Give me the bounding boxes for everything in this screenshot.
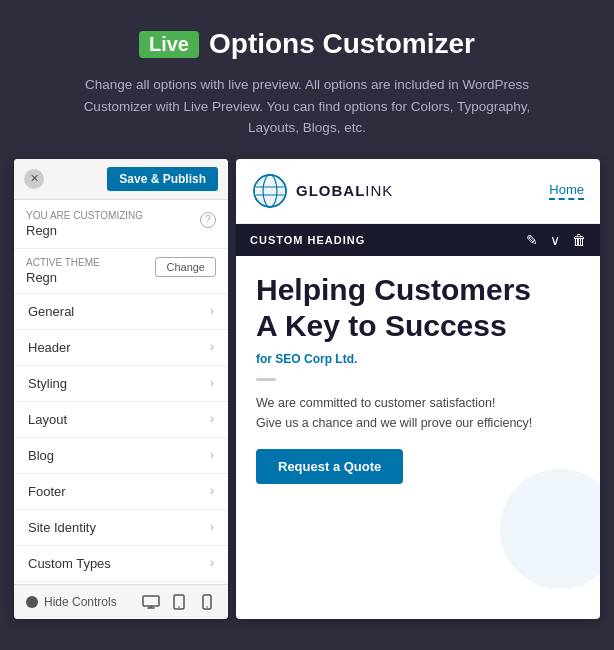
menu-item-label: Layout — [28, 412, 67, 427]
active-theme-label: Active theme — [26, 257, 100, 268]
menu-item[interactable]: Styling › — [14, 366, 228, 402]
menu-item[interactable]: Footer › — [14, 474, 228, 510]
heading-bar-icons: ✎ ∨ 🗑 — [526, 232, 586, 248]
title-row: Live Options Customizer — [60, 28, 554, 60]
svg-point-7 — [254, 175, 286, 207]
tablet-icon[interactable] — [170, 593, 188, 611]
customizer-panel: ✕ Save & Publish You are customizing Reg… — [14, 159, 228, 619]
top-section: Live Options Customizer Change all optio… — [0, 0, 614, 159]
mobile-icon[interactable] — [198, 593, 216, 611]
menu-item[interactable]: Custom Types › — [14, 546, 228, 582]
hide-controls-button[interactable]: Hide Controls — [26, 595, 117, 609]
trash-icon[interactable]: 🗑 — [572, 232, 586, 248]
change-theme-button[interactable]: Change — [155, 257, 216, 277]
preview-content: Helping Customers A Key to Success for S… — [236, 256, 600, 500]
menu-item-label: Header — [28, 340, 71, 355]
logo-area: GLOBALINK — [252, 173, 393, 209]
menu-item[interactable]: General › — [14, 294, 228, 330]
hide-controls-label: Hide Controls — [44, 595, 117, 609]
main-heading: Helping Customers A Key to Success — [256, 272, 580, 344]
menu-arrow-icon: › — [210, 556, 214, 570]
menu-arrow-icon: › — [210, 304, 214, 318]
body-line-2: Give us a chance and we will prove our e… — [256, 413, 580, 433]
menu-item[interactable]: Site Identity › — [14, 510, 228, 546]
menu-arrow-icon: › — [210, 448, 214, 462]
preview-header: GLOBALINK Home — [236, 159, 600, 224]
help-icon[interactable]: ? — [200, 212, 216, 228]
theme-section: Active theme Regn Change — [14, 249, 228, 294]
logo-bold: GLOBAL — [296, 182, 365, 199]
customizing-section: You are customizing Regn ? — [14, 200, 228, 249]
menu-item-label: Footer — [28, 484, 66, 499]
edit-icon[interactable]: ✎ — [526, 232, 538, 248]
subtitle-text: Change all options with live preview. Al… — [60, 74, 554, 139]
heading-line-1: Helping Customers — [256, 272, 580, 308]
theme-info: Active theme Regn — [26, 257, 100, 285]
svg-rect-0 — [143, 596, 159, 606]
custom-heading-label: CUSTOM HEADING — [250, 234, 365, 246]
save-publish-button[interactable]: Save & Publish — [107, 167, 218, 191]
chevron-down-icon[interactable]: ∨ — [550, 232, 560, 248]
menu-item[interactable]: Blog › — [14, 438, 228, 474]
customizing-value: Regn — [26, 223, 143, 238]
preview-panel: GLOBALINK Home CUSTOM HEADING ✎ ∨ 🗑 Help… — [236, 159, 600, 619]
preview-body-text: We are committed to customer satisfactio… — [256, 393, 580, 433]
menu-item-label: Custom Types — [28, 556, 111, 571]
customizing-info: You are customizing Regn — [26, 210, 143, 238]
logo-light: INK — [365, 182, 393, 199]
body-line-1: We are committed to customer satisfactio… — [256, 393, 580, 413]
company-label: for SEO Corp Ltd. — [256, 352, 580, 366]
main-content: ✕ Save & Publish You are customizing Reg… — [0, 159, 614, 619]
menu-item[interactable]: Layout › — [14, 402, 228, 438]
panel-header: ✕ Save & Publish — [14, 159, 228, 200]
menu-item-label: General — [28, 304, 74, 319]
menu-arrow-icon: › — [210, 412, 214, 426]
menu-item-label: Site Identity — [28, 520, 96, 535]
logo-globe-icon — [252, 173, 288, 209]
footer-icons — [142, 593, 216, 611]
panel-footer: Hide Controls — [14, 584, 228, 619]
request-quote-button[interactable]: Request a Quote — [256, 449, 403, 484]
page-title: Options Customizer — [209, 28, 475, 60]
menu-item-label: Blog — [28, 448, 54, 463]
heading-line-2: A Key to Success — [256, 308, 580, 344]
custom-heading-bar: CUSTOM HEADING ✎ ∨ 🗑 — [236, 224, 600, 256]
menu-item[interactable]: Header › — [14, 330, 228, 366]
active-theme-value: Regn — [26, 270, 100, 285]
menu-arrow-icon: › — [210, 520, 214, 534]
divider — [256, 378, 276, 381]
menu-arrow-icon: › — [210, 484, 214, 498]
menu-arrow-icon: › — [210, 376, 214, 390]
desktop-icon[interactable] — [142, 593, 160, 611]
close-button[interactable]: ✕ — [24, 169, 44, 189]
eye-icon — [26, 596, 38, 608]
menu-arrow-icon: › — [210, 340, 214, 354]
svg-point-4 — [206, 606, 208, 608]
menu-items-list: General › Header › Styling › Layout › Bl… — [14, 294, 228, 584]
logo-text: GLOBALINK — [296, 182, 393, 200]
svg-point-2 — [178, 606, 180, 608]
nav-home-link[interactable]: Home — [549, 182, 584, 200]
menu-item-label: Styling — [28, 376, 67, 391]
customizing-label: You are customizing — [26, 210, 143, 221]
live-badge: Live — [139, 31, 199, 58]
